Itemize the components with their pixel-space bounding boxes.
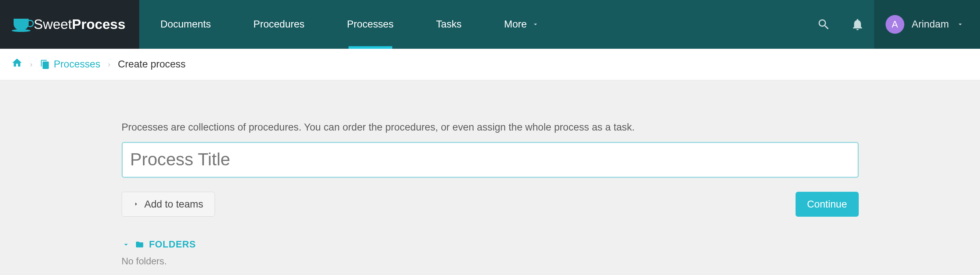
folder-icon	[135, 240, 144, 249]
breadcrumb-separator: ›	[108, 60, 110, 69]
chevron-down-icon	[122, 240, 130, 249]
top-nav: SweetProcess Documents Procedures Proces…	[0, 0, 980, 49]
nav-items: Documents Procedures Processes Tasks Mor…	[139, 0, 874, 49]
process-title-input[interactable]	[122, 142, 859, 178]
nav-more[interactable]: More	[483, 0, 561, 49]
chevron-right-icon	[133, 201, 139, 207]
home-icon	[11, 57, 23, 69]
search-icon[interactable]	[807, 0, 841, 49]
chevron-down-icon	[956, 21, 964, 28]
breadcrumb-separator: ›	[30, 60, 33, 69]
breadcrumb-processes-link[interactable]: Processes	[40, 58, 100, 70]
main-content: Processes are collections of procedures.…	[115, 80, 865, 267]
breadcrumb-home[interactable]	[11, 57, 23, 71]
brand-text: SweetProcess	[34, 16, 125, 32]
breadcrumb-current: Create process	[118, 58, 186, 70]
folders-empty-text: No folders.	[122, 256, 859, 267]
chevron-down-icon	[532, 21, 539, 28]
nav-processes[interactable]: Processes	[326, 0, 415, 49]
folders-toggle[interactable]: FOLDERS	[122, 239, 859, 250]
add-to-teams-button[interactable]: Add to teams	[122, 192, 215, 217]
cup-icon	[14, 19, 29, 30]
bell-icon[interactable]	[840, 0, 874, 49]
user-menu[interactable]: A Arindam	[874, 0, 980, 49]
nav-tasks[interactable]: Tasks	[415, 0, 483, 49]
nav-procedures[interactable]: Procedures	[232, 0, 326, 49]
documents-stack-icon	[40, 59, 50, 69]
avatar: A	[886, 15, 904, 34]
brand-logo[interactable]: SweetProcess	[0, 0, 139, 49]
page-description: Processes are collections of procedures.…	[122, 122, 859, 133]
continue-button[interactable]: Continue	[795, 192, 859, 217]
breadcrumb: › Processes › Create process	[0, 49, 980, 80]
user-name: Arindam	[912, 18, 949, 30]
nav-documents[interactable]: Documents	[139, 0, 232, 49]
